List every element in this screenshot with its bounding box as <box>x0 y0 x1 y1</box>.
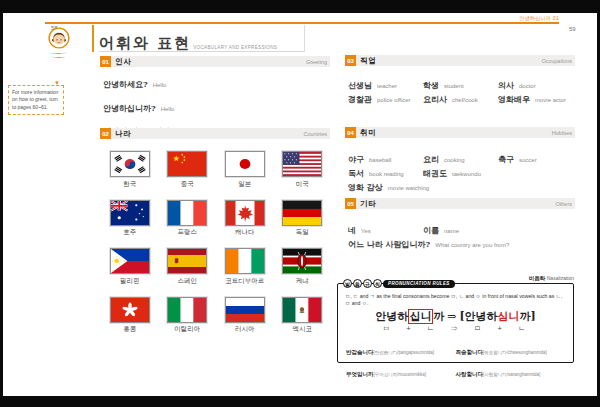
example-after: [안녕하 <box>459 310 497 323</box>
example-reading: [무어심니까/muosimnikka] <box>374 372 427 377</box>
country-item-ca: 캐나다 <box>216 200 274 249</box>
country-item-hk: 홍콩 <box>101 297 159 346</box>
pronunciation-example-item: 죄송합니다[줴송함니다/chwesonghamnida] <box>456 339 566 358</box>
kr-flag-image <box>110 151 150 177</box>
example-after-highlight: 심니 <box>498 310 520 323</box>
running-header: 안녕하십니까 01 <box>423 15 559 21</box>
hobbies-vocab-list: 야구baseball요리cooking축구soccer독서book readin… <box>348 148 578 190</box>
page-subtitle: VOCABULARY AND EXPRESSIONS <box>193 45 277 51</box>
example-reading: [사랑함니다/saranghamnida] <box>483 372 540 377</box>
vocab-korean: 어느 나라 사람입니까? <box>348 239 430 249</box>
section-number-badge: 05 <box>345 198 356 209</box>
section-label-en: Others <box>555 201 575 207</box>
vocab-entry: 안녕하십니까?Hello <box>103 97 220 115</box>
country-name: 호주 <box>101 228 159 237</box>
country-item-ru: 러시아 <box>216 297 274 346</box>
country-item-us: 미국 <box>274 151 332 200</box>
pronunciation-rules-badge: 발음규칙 PRONUNCIATION RULES <box>343 279 455 288</box>
vocab-gloss: movie actor <box>535 97 566 103</box>
country-name: 러시아 <box>216 325 274 334</box>
arrow-glyph: ⇒ <box>447 310 456 323</box>
pin-icon: ▼ <box>54 79 60 88</box>
pronunciation-badge-chars: 발음규칙 <box>343 279 382 288</box>
vocab-korean: 영화배우 <box>498 94 530 104</box>
pronunciation-formula: ㅂ + ㄴ ⇒ ㅁ + ㄴ <box>338 324 573 334</box>
pronunciation-example-item: 사랑합니다[사랑함니다/saranghamnida] <box>456 361 566 380</box>
vocab-entry: 야구baseball <box>348 148 423 162</box>
country-item-jp: 일본 <box>216 151 274 200</box>
ca-flag-image <box>225 200 265 226</box>
es-flag-image <box>167 248 207 274</box>
vocab-korean: 요리사 <box>423 94 447 104</box>
section-number-badge: 02 <box>100 128 111 139</box>
cn-flag-image <box>167 151 207 177</box>
pronunciation-rule-text: ㅂ, ㄷ and ㄱ as the final consonants becom… <box>345 293 566 308</box>
vocab-entry: 독서book reading <box>348 162 423 176</box>
header-guide-line <box>304 25 305 52</box>
pronunciation-example-item: 반갑습니다[반갑씀니다/pangapssumnida] <box>346 339 456 358</box>
example-word: 무엇입니까 <box>346 371 374 377</box>
us-flag-image <box>282 151 322 177</box>
vocab-entry: 태권도taekwondo <box>423 162 498 176</box>
ph-flag-image <box>110 248 150 274</box>
country-name: 이탈리아 <box>159 325 217 334</box>
section-title: 인사 <box>115 57 132 67</box>
it-flag-image <box>167 297 207 323</box>
country-name: 필리핀 <box>101 277 159 286</box>
hk-flag-image <box>110 297 150 323</box>
example-before-end: 까 <box>433 310 444 323</box>
vocab-entry: 경찰관police officer <box>348 88 423 102</box>
pronunciation-examples: 반갑습니다[반갑씀니다/pangapssumnida]죄송합니다[줴송함니다/c… <box>346 339 565 380</box>
handwriting-mark <box>50 52 67 55</box>
page-title: 어휘와 표현 <box>99 36 191 51</box>
vocab-gloss: soccer <box>519 157 537 163</box>
badge-char: 규 <box>363 279 372 288</box>
section-number-badge: 03 <box>345 55 356 66</box>
vocab-entry: 학생student <box>423 74 498 88</box>
section-title: 직업 <box>360 56 377 66</box>
example-reading: [줴송함니다/chwesonghamnida] <box>483 350 547 355</box>
mx-flag-image <box>282 297 322 323</box>
vocab-entry: 선생님teacher <box>348 74 423 88</box>
others-vocab-list: 네Yes이름name어느 나라 사람입니까?What country are y… <box>348 219 578 247</box>
example-before: 안녕하 <box>375 310 408 323</box>
formula-left: ㅂ + ㄴ <box>383 324 438 333</box>
pronunciation-example-item: 무엇입니까[무어심니까/muosimnikka] <box>346 361 456 380</box>
badge-char: 발 <box>343 279 352 288</box>
example-after-end: 까] <box>520 310 536 323</box>
example-word: 사랑합니다 <box>456 371 484 377</box>
pronunciation-topic: 비음화 Nasalization <box>448 275 574 282</box>
country-name: 프랑스 <box>159 228 217 237</box>
badge-char: 칙 <box>373 279 382 288</box>
country-item-kr: 한국 <box>101 151 159 200</box>
vocab-entry: 네Yes <box>348 219 423 233</box>
country-flag-grid: 한국중국일본미국호주프랑스캐나다독일필리핀스페인코트디부아르케냐홍콩이탈리아러시… <box>101 151 331 345</box>
section-04-header: 04 취미 Hobbies <box>345 127 575 138</box>
occupations-vocab-list: 선생님teacher학생student의사doctor경찰관police off… <box>348 74 578 102</box>
vocab-gloss: police officer <box>377 97 411 103</box>
formula-arrow: ⇒ <box>450 324 461 333</box>
country-name: 일본 <box>216 180 274 189</box>
section-01-header: 01 인사 Greeting <box>100 56 330 67</box>
vocab-entry: 요리cooking <box>423 148 498 162</box>
vocab-gloss: chef/cook <box>452 97 478 103</box>
section-number-badge: 01 <box>100 56 111 67</box>
header-accent-divider <box>92 25 94 52</box>
vocab-korean: 안녕하세요? <box>103 79 148 89</box>
vocab-korean: 축구 <box>498 154 514 164</box>
example-reading: [반갑씀니다/pangapssumnida] <box>374 350 435 355</box>
vocab-entry: 영화 감상movie watching <box>348 176 578 190</box>
pronunciation-example: 안녕하십니까⇒[안녕하심니까] <box>338 311 573 324</box>
vocab-entry: 영화배우movie actor <box>498 88 578 102</box>
handwriting-mark <box>52 56 65 58</box>
section-title: 취미 <box>360 128 377 138</box>
country-item-ph: 필리핀 <box>101 248 159 297</box>
vocab-entry: 의사doctor <box>498 74 578 88</box>
section-label-en: Countries <box>303 131 330 137</box>
country-item-ke: 케냐 <box>274 248 332 297</box>
formula-right: ㅁ + ㄴ <box>474 324 529 333</box>
ke-flag-image <box>282 248 322 274</box>
vocab-gloss: What country are you from? <box>435 242 509 248</box>
pronunciation-topic-ko: 비음화 <box>529 275 546 281</box>
pronunciation-rules-label: PRONUNCIATION RULES <box>383 280 455 288</box>
